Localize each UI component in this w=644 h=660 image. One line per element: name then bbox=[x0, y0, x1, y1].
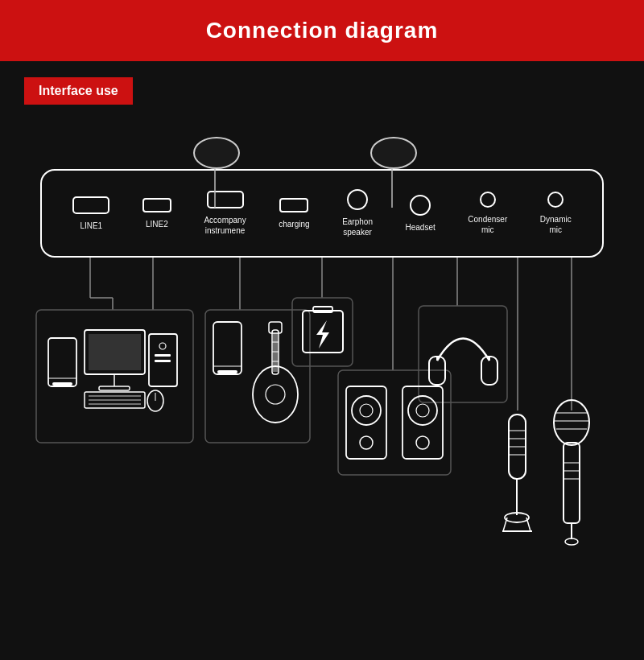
port-headset: Headset bbox=[406, 195, 436, 233]
port-accompany-label: Accompanyinstrumene bbox=[204, 215, 246, 236]
port-condenser: Condensermic bbox=[468, 192, 507, 235]
svg-rect-32 bbox=[155, 354, 171, 357]
svg-point-57 bbox=[416, 436, 429, 449]
svg-point-81 bbox=[565, 538, 578, 545]
headphones-device-card bbox=[419, 306, 507, 402]
svg-point-52 bbox=[360, 404, 373, 417]
interface-label: Interface use bbox=[24, 77, 133, 105]
condenser-mic-device bbox=[495, 406, 539, 563]
device-box: LINE1 LINE2 Accompanyinstrumene charging… bbox=[40, 169, 604, 258]
port-charging-label: charging bbox=[279, 219, 309, 229]
battery-device-card bbox=[292, 298, 353, 366]
svg-rect-40 bbox=[269, 322, 282, 333]
svg-rect-58 bbox=[429, 357, 445, 385]
page-title: Connection diagram bbox=[0, 18, 644, 43]
svg-rect-17 bbox=[48, 338, 76, 386]
port-dynamic-label: Dynamicmic bbox=[540, 214, 572, 235]
svg-rect-47 bbox=[303, 311, 343, 353]
svg-rect-33 bbox=[155, 360, 171, 362]
port-condenser-label: Condensermic bbox=[468, 214, 507, 235]
svg-point-72 bbox=[554, 400, 589, 445]
svg-point-38 bbox=[266, 385, 285, 404]
svg-rect-73 bbox=[564, 443, 580, 523]
svg-point-53 bbox=[360, 436, 373, 449]
port-headset-label: Headset bbox=[406, 222, 436, 233]
port-line1: LINE1 bbox=[72, 196, 109, 231]
port-line1-label: LINE1 bbox=[80, 221, 102, 231]
computer-device-card bbox=[36, 310, 193, 443]
svg-point-31 bbox=[159, 343, 166, 349]
svg-rect-50 bbox=[346, 386, 386, 459]
port-accompany: Accompanyinstrumene bbox=[204, 191, 246, 236]
dynamic-mic-device bbox=[547, 394, 596, 563]
svg-rect-23 bbox=[99, 386, 130, 390]
svg-point-56 bbox=[416, 404, 429, 417]
svg-point-51 bbox=[352, 396, 381, 425]
port-earphone-label: Earphonspeaker bbox=[342, 217, 373, 237]
svg-rect-36 bbox=[217, 370, 237, 373]
port-line2: LINE2 bbox=[142, 198, 171, 229]
svg-rect-59 bbox=[481, 357, 497, 385]
svg-rect-19 bbox=[52, 382, 72, 386]
svg-rect-21 bbox=[89, 334, 141, 370]
port-line2-label: LINE2 bbox=[146, 219, 168, 229]
svg-marker-49 bbox=[316, 320, 329, 349]
main-content: Interface use LINE1 LINE2 bbox=[0, 61, 644, 620]
port-charging: charging bbox=[279, 198, 309, 229]
port-dynamic: Dynamicmic bbox=[540, 192, 572, 235]
header: Connection diagram bbox=[0, 0, 644, 61]
diagram-area: LINE1 LINE2 Accompanyinstrumene charging… bbox=[24, 121, 620, 604]
port-earphone: Earphonspeaker bbox=[342, 189, 373, 237]
